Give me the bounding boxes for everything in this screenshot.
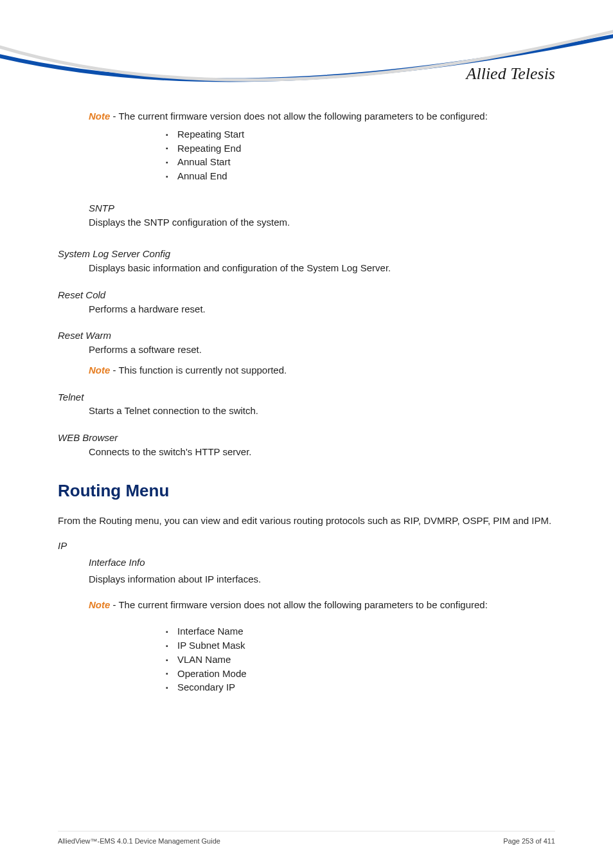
web-term: WEB Browser bbox=[58, 431, 555, 445]
resetwarm-term: Reset Warm bbox=[58, 329, 555, 343]
footer-right: Page 253 of 411 bbox=[503, 837, 555, 845]
page-header-swoosh: Allied Telesis bbox=[0, 26, 613, 103]
list-item: Operation Mode bbox=[166, 667, 555, 681]
ip-note-bullets: Interface Name IP Subnet Mask VLAN Name … bbox=[166, 624, 555, 694]
telnet-term: Telnet bbox=[58, 390, 555, 404]
note-label: Note bbox=[89, 365, 110, 375]
note-body: - The current firmware version does not … bbox=[110, 111, 488, 122]
brand-logo: Allied Telesis bbox=[466, 64, 555, 84]
syslog-body: Displays basic information and configura… bbox=[89, 261, 555, 275]
ip-interface-body: Displays information about IP interfaces… bbox=[89, 572, 555, 586]
page-footer: AlliedView™-EMS 4.0.1 Device Management … bbox=[58, 831, 555, 845]
resetwarm-note: Note - This function is currently not su… bbox=[89, 363, 555, 377]
resetcold-term: Reset Cold bbox=[58, 288, 555, 302]
list-item: Repeating End bbox=[166, 141, 555, 156]
list-item: Interface Name bbox=[166, 624, 555, 638]
resetcold-body: Performs a hardware reset. bbox=[89, 302, 555, 316]
footer-left: AlliedView™-EMS 4.0.1 Device Management … bbox=[58, 837, 220, 845]
resetwarm-body: Performs a software reset. bbox=[89, 343, 555, 357]
routing-heading: Routing Menu bbox=[58, 481, 555, 501]
list-item: IP Subnet Mask bbox=[166, 638, 555, 653]
note-body: - This function is currently not support… bbox=[110, 365, 287, 375]
ip-term: IP bbox=[58, 539, 555, 553]
note-body: - The current firmware version does not … bbox=[110, 599, 488, 610]
note-label: Note bbox=[89, 111, 110, 122]
sntp-term: SNTP bbox=[89, 201, 555, 215]
list-item: Annual Start bbox=[166, 155, 555, 169]
telnet-body: Starts a Telnet connection to the switch… bbox=[89, 404, 555, 418]
web-body: Connects to the switch's HTTP server. bbox=[89, 445, 555, 459]
ip-interface-term: Interface Info bbox=[89, 556, 555, 570]
syslog-term: System Log Server Config bbox=[58, 247, 555, 261]
list-item: VLAN Name bbox=[166, 653, 555, 667]
ip-note: Note - The current firmware version does… bbox=[89, 598, 555, 612]
note-label: Note bbox=[89, 599, 110, 610]
sntp-body: Displays the SNTP configuration of the s… bbox=[89, 215, 555, 230]
routing-intro: From the Routing menu, you can view and … bbox=[58, 514, 555, 528]
list-item: Secondary IP bbox=[166, 680, 555, 694]
list-item: Annual End bbox=[166, 169, 555, 183]
